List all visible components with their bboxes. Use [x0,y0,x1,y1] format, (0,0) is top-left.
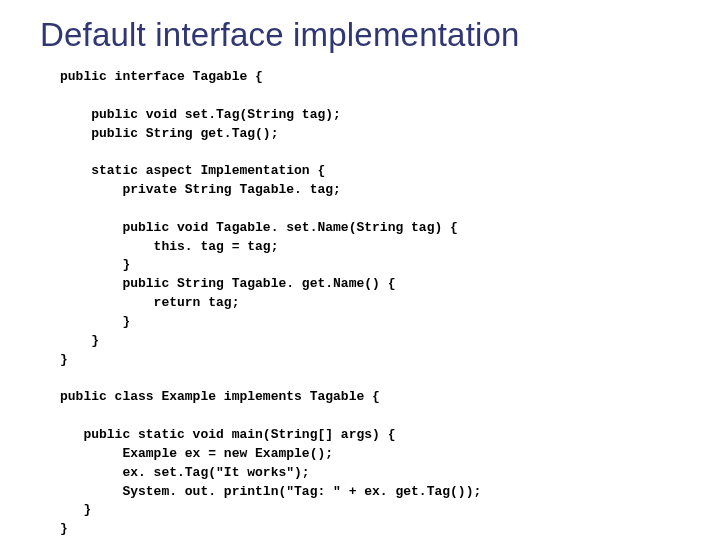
code-block: public interface Tagable { public void s… [60,68,692,539]
slide: Default interface implementation public … [0,0,720,540]
slide-title: Default interface implementation [40,16,692,54]
